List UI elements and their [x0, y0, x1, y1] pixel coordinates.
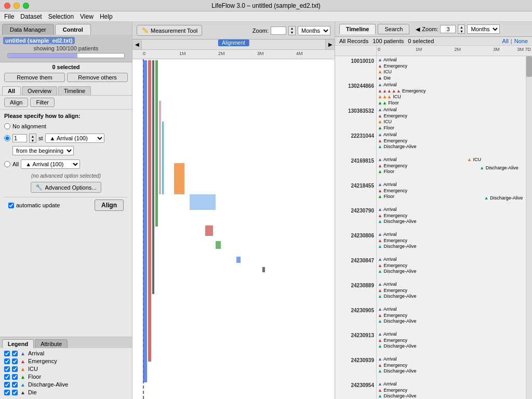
sub-tab-timeline[interactable]: Timeline	[58, 86, 91, 95]
emergency-triangle-icon: ▲	[20, 358, 26, 364]
tab-data-manager[interactable]: Data Manager	[2, 24, 54, 35]
right-tab-search[interactable]: Search	[378, 24, 409, 34]
middle-timeline-ruler: 0 1M 2M 3M 4M	[132, 50, 335, 59]
remove-others-button[interactable]: Remove others	[67, 73, 128, 82]
no-alignment-row: No alignment	[4, 123, 128, 129]
ruler-icon: 📏	[141, 27, 149, 34]
nav-right-arrow[interactable]: ▶	[325, 39, 335, 49]
window-controls[interactable]	[4, 3, 29, 9]
auto-update-row: automatic update Align	[4, 197, 128, 213]
align-num-input[interactable]	[12, 134, 27, 142]
legend-item-emergency: ▲ Emergency	[4, 358, 128, 364]
legend-arrival-checkbox2[interactable]	[12, 351, 18, 356]
sub-tab-all[interactable]: All	[2, 86, 21, 95]
legend-discharge-checkbox[interactable]	[4, 382, 10, 388]
svg-rect-10	[236, 257, 241, 263]
records-scroll-area[interactable]: 10010010 ▲ Arrival ▲ Emergency ▲ ICU ▲ D…	[335, 56, 526, 399]
legend-die-checkbox2[interactable]	[12, 390, 18, 395]
menu-file[interactable]: File	[4, 13, 14, 20]
record-row-24230806: 24230806 ▲ Arrival ▲ Emergency ▲ Dischar…	[335, 231, 526, 256]
menu-selection[interactable]: Selection	[48, 13, 74, 20]
legend-floor-checkbox[interactable]	[4, 374, 10, 380]
advanced-btn-label: Advanced Options...	[45, 184, 96, 191]
svg-rect-2	[152, 60, 154, 294]
nav-left-arrow[interactable]: ◀	[132, 39, 142, 49]
selected-count: 0 selected	[0, 62, 132, 72]
legend-section: Legend Attribute ▲ Arrival ▲ Emergency	[0, 337, 132, 399]
right-zoom-stepper-down[interactable]: ▼	[458, 29, 464, 33]
legend-discharge-checkbox2[interactable]	[12, 382, 18, 388]
patients-label: 100 patients	[373, 38, 404, 44]
alignment-line	[143, 59, 144, 399]
record-id-24230939: 24230939	[335, 355, 377, 380]
progress-bar-fill	[8, 54, 77, 58]
zoom-stepper-up[interactable]: ▲	[289, 26, 295, 31]
event-select[interactable]: ▲ Arrival (100)	[45, 134, 104, 143]
tool-label: Measurement Tool	[151, 28, 197, 34]
maximize-button[interactable]	[23, 3, 29, 9]
menu-help[interactable]: Help	[100, 13, 113, 20]
filter-btn[interactable]: Filter	[30, 98, 54, 107]
align-section: Please specify how to align: No alignmen…	[0, 110, 132, 337]
menu-view[interactable]: View	[80, 13, 94, 20]
right-zoom-stepper-up[interactable]: ▲	[458, 25, 464, 29]
record-id-24230806: 24230806	[335, 231, 377, 255]
middle-timeline-content[interactable]	[132, 59, 335, 399]
measurement-tool-button[interactable]: 📏 Measurement Tool	[137, 25, 202, 36]
stepper-down[interactable]: ▼	[30, 138, 36, 142]
svg-rect-9	[216, 241, 221, 249]
record-events-24218455: ▲ Arrival ▲ Emergency ▲ Floor ▲ Discharg…	[377, 181, 526, 205]
record-id-24230790: 24230790	[335, 206, 377, 230]
legend-tab-legend[interactable]: Legend	[2, 339, 34, 348]
legend-tab-attribute[interactable]: Attribute	[35, 339, 68, 348]
align-execute-button[interactable]: Align	[95, 200, 124, 211]
right-nav-left[interactable]: ◀	[416, 26, 420, 33]
right-zoom-unit-select[interactable]: Months	[467, 24, 500, 34]
advanced-options-button[interactable]: 🔧 Advanced Options...	[31, 182, 101, 193]
scrollbar-thumb[interactable]	[526, 56, 532, 77]
menu-dataset[interactable]: Dataset	[20, 13, 42, 20]
auto-update-checkbox[interactable]	[8, 203, 14, 208]
all-radio[interactable]	[4, 161, 10, 167]
from-beginning-row: from the beginning	[4, 146, 128, 155]
record-events-24230790: ▲ Arrival ▲ Emergency ▲ Discharge-Alive	[377, 206, 526, 230]
tab-control[interactable]: Control	[55, 24, 91, 35]
right-toolbar: Timeline Search ◀ Zoom: ▲ ▼ Months	[335, 22, 532, 37]
right-zoom-input[interactable]	[440, 25, 456, 33]
zoom-unit-select[interactable]: Months	[298, 26, 330, 35]
all-event-select[interactable]: ▲ Arrival (100)	[21, 159, 80, 169]
stepper-up[interactable]: ▲	[30, 134, 36, 138]
legend-icu-checkbox2[interactable]	[12, 366, 18, 372]
legend-icu-checkbox[interactable]	[4, 366, 10, 372]
legend-emergency-checkbox[interactable]	[4, 358, 10, 364]
legend-emergency-label: Emergency	[28, 358, 57, 364]
none-link[interactable]: None	[514, 38, 528, 44]
remove-them-button[interactable]: Remove them	[4, 73, 65, 82]
record-id-24218455: 24218455	[335, 181, 377, 205]
zoom-stepper-down[interactable]: ▼	[289, 31, 295, 35]
legend-arrival-checkbox[interactable]	[4, 351, 10, 356]
from-beginning-select[interactable]: from the beginning	[12, 146, 74, 155]
minimize-button[interactable]	[14, 3, 20, 9]
zoom-stepper[interactable]: ▲ ▼	[288, 26, 296, 35]
records-label: All Records	[339, 38, 368, 44]
top-tab-bar: Data Manager Control	[0, 22, 132, 35]
legend-emergency-checkbox2[interactable]	[12, 358, 18, 364]
no-alignment-radio[interactable]	[4, 123, 10, 129]
align-event-radio[interactable]	[4, 135, 10, 141]
legend-floor-checkbox2[interactable]	[12, 374, 18, 380]
align-filter-btn[interactable]: Align	[4, 98, 28, 107]
right-zoom-stepper[interactable]: ▲ ▼	[458, 24, 465, 34]
zoom-input[interactable]: 4	[271, 26, 286, 35]
legend-die-checkbox[interactable]	[4, 390, 10, 395]
align-stepper[interactable]: ▲ ▼	[29, 134, 36, 143]
close-button[interactable]	[4, 3, 10, 9]
sub-tab-overview[interactable]: Overview	[22, 86, 57, 95]
all-link[interactable]: All	[502, 38, 509, 44]
svg-rect-1	[148, 60, 151, 362]
record-events-24230889: ▲ Arrival ▲ Emergency ▲ Discharge-Alive	[377, 281, 526, 305]
legend-item-icu: ▲ ICU	[4, 366, 128, 372]
right-tab-timeline[interactable]: Timeline	[339, 24, 376, 34]
scrollbar-right[interactable]	[526, 56, 532, 399]
record-row-24230889: 24230889 ▲ Arrival ▲ Emergency ▲ Dischar…	[335, 281, 526, 305]
